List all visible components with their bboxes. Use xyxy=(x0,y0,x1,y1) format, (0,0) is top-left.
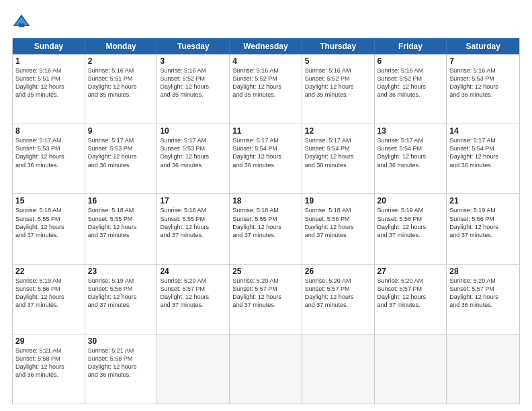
day-number: 11 xyxy=(232,126,299,136)
day-info: Sunrise: 5:21 AMSunset: 5:58 PMDaylight:… xyxy=(88,347,154,379)
calendar-row-2: 15Sunrise: 5:18 AMSunset: 5:55 PMDayligh… xyxy=(13,193,519,263)
day-number: 1 xyxy=(15,56,82,66)
logo-icon xyxy=(12,12,31,31)
day-cell-10: 10Sunrise: 5:17 AMSunset: 5:53 PMDayligh… xyxy=(157,124,230,193)
day-number: 26 xyxy=(305,267,371,276)
day-number: 5 xyxy=(305,56,371,66)
day-number: 23 xyxy=(88,267,154,276)
day-info: Sunrise: 5:21 AMSunset: 5:58 PMDaylight:… xyxy=(15,347,82,379)
day-cell-30: 30Sunrise: 5:21 AMSunset: 5:58 PMDayligh… xyxy=(85,334,158,404)
day-cell-28: 28Sunrise: 5:20 AMSunset: 5:57 PMDayligh… xyxy=(447,265,519,334)
day-info: Sunrise: 5:18 AMSunset: 5:56 PMDaylight:… xyxy=(305,206,371,239)
day-info: Sunrise: 5:19 AMSunset: 5:56 PMDaylight:… xyxy=(15,277,82,310)
day-number: 8 xyxy=(15,126,82,136)
day-info: Sunrise: 5:18 AMSunset: 5:55 PMDaylight:… xyxy=(15,206,82,239)
day-info: Sunrise: 5:20 AMSunset: 5:57 PMDaylight:… xyxy=(305,277,371,310)
day-number: 12 xyxy=(305,126,371,136)
day-number: 13 xyxy=(378,126,444,136)
day-info: Sunrise: 5:16 AMSunset: 5:52 PMDaylight:… xyxy=(160,66,226,99)
logo xyxy=(12,12,34,31)
calendar-body: 1Sunrise: 5:16 AMSunset: 5:51 PMDaylight… xyxy=(13,54,519,404)
day-cell-23: 23Sunrise: 5:19 AMSunset: 5:56 PMDayligh… xyxy=(85,265,158,334)
day-number: 17 xyxy=(160,196,226,205)
svg-rect-2 xyxy=(19,24,24,28)
empty-cell xyxy=(230,334,302,404)
header-day-saturday: Saturday xyxy=(447,38,519,54)
day-number: 16 xyxy=(88,196,154,205)
day-info: Sunrise: 5:17 AMSunset: 5:53 PMDaylight:… xyxy=(88,136,154,169)
empty-cell xyxy=(302,334,375,404)
calendar-row-3: 22Sunrise: 5:19 AMSunset: 5:56 PMDayligh… xyxy=(13,264,519,334)
day-cell-21: 21Sunrise: 5:19 AMSunset: 5:56 PMDayligh… xyxy=(447,194,519,263)
day-info: Sunrise: 5:19 AMSunset: 5:56 PMDaylight:… xyxy=(88,277,154,310)
calendar: SundayMondayTuesdayWednesdayThursdayFrid… xyxy=(12,38,520,404)
day-number: 7 xyxy=(449,56,517,66)
day-info: Sunrise: 5:17 AMSunset: 5:54 PMDaylight:… xyxy=(232,136,299,169)
day-info: Sunrise: 5:20 AMSunset: 5:57 PMDaylight:… xyxy=(232,277,299,310)
day-cell-13: 13Sunrise: 5:17 AMSunset: 5:54 PMDayligh… xyxy=(375,124,447,193)
header-day-friday: Friday xyxy=(375,38,447,54)
day-cell-4: 4Sunrise: 5:16 AMSunset: 5:52 PMDaylight… xyxy=(230,54,302,124)
day-number: 3 xyxy=(160,56,226,66)
empty-cell xyxy=(157,334,230,404)
day-info: Sunrise: 5:17 AMSunset: 5:53 PMDaylight:… xyxy=(15,136,82,169)
day-info: Sunrise: 5:20 AMSunset: 5:57 PMDaylight:… xyxy=(449,277,517,310)
day-number: 29 xyxy=(15,336,82,346)
day-cell-18: 18Sunrise: 5:18 AMSunset: 5:55 PMDayligh… xyxy=(230,194,302,263)
day-number: 24 xyxy=(160,267,226,276)
day-cell-9: 9Sunrise: 5:17 AMSunset: 5:53 PMDaylight… xyxy=(85,124,158,193)
day-cell-6: 6Sunrise: 5:16 AMSunset: 5:52 PMDaylight… xyxy=(375,54,447,124)
day-number: 6 xyxy=(378,56,444,66)
day-cell-24: 24Sunrise: 5:20 AMSunset: 5:57 PMDayligh… xyxy=(157,265,230,334)
day-number: 25 xyxy=(232,267,299,276)
day-number: 28 xyxy=(449,267,517,276)
calendar-header: SundayMondayTuesdayWednesdayThursdayFrid… xyxy=(13,38,519,54)
day-cell-3: 3Sunrise: 5:16 AMSunset: 5:52 PMDaylight… xyxy=(157,54,230,124)
day-cell-16: 16Sunrise: 5:18 AMSunset: 5:55 PMDayligh… xyxy=(85,194,158,263)
day-number: 30 xyxy=(88,336,154,346)
day-cell-20: 20Sunrise: 5:19 AMSunset: 5:56 PMDayligh… xyxy=(375,194,447,263)
page: SundayMondayTuesdayWednesdayThursdayFrid… xyxy=(0,0,532,411)
day-number: 18 xyxy=(232,196,299,205)
day-number: 4 xyxy=(232,56,299,66)
day-number: 2 xyxy=(88,56,154,66)
day-info: Sunrise: 5:19 AMSunset: 5:56 PMDaylight:… xyxy=(449,206,517,239)
empty-cell xyxy=(447,334,519,404)
day-cell-1: 1Sunrise: 5:16 AMSunset: 5:51 PMDaylight… xyxy=(13,54,85,124)
day-info: Sunrise: 5:20 AMSunset: 5:57 PMDaylight:… xyxy=(160,277,226,310)
empty-cell xyxy=(375,334,447,404)
day-info: Sunrise: 5:16 AMSunset: 5:51 PMDaylight:… xyxy=(88,66,154,99)
day-number: 20 xyxy=(378,196,444,205)
day-info: Sunrise: 5:17 AMSunset: 5:53 PMDaylight:… xyxy=(160,136,226,169)
header-day-tuesday: Tuesday xyxy=(157,38,230,54)
day-info: Sunrise: 5:18 AMSunset: 5:55 PMDaylight:… xyxy=(160,206,226,239)
day-info: Sunrise: 5:18 AMSunset: 5:55 PMDaylight:… xyxy=(88,206,154,239)
day-info: Sunrise: 5:16 AMSunset: 5:52 PMDaylight:… xyxy=(378,66,444,99)
day-info: Sunrise: 5:17 AMSunset: 5:54 PMDaylight:… xyxy=(305,136,371,169)
day-info: Sunrise: 5:16 AMSunset: 5:53 PMDaylight:… xyxy=(449,66,517,99)
day-number: 9 xyxy=(88,126,154,136)
header-day-wednesday: Wednesday xyxy=(230,38,302,54)
day-cell-25: 25Sunrise: 5:20 AMSunset: 5:57 PMDayligh… xyxy=(230,265,302,334)
day-cell-15: 15Sunrise: 5:18 AMSunset: 5:55 PMDayligh… xyxy=(13,194,85,263)
day-cell-2: 2Sunrise: 5:16 AMSunset: 5:51 PMDaylight… xyxy=(85,54,158,124)
day-number: 19 xyxy=(305,196,371,205)
day-info: Sunrise: 5:17 AMSunset: 5:54 PMDaylight:… xyxy=(378,136,444,169)
header-day-sunday: Sunday xyxy=(13,38,85,54)
calendar-row-0: 1Sunrise: 5:16 AMSunset: 5:51 PMDaylight… xyxy=(13,54,519,124)
header-day-monday: Monday xyxy=(85,38,158,54)
day-cell-7: 7Sunrise: 5:16 AMSunset: 5:53 PMDaylight… xyxy=(447,54,519,124)
day-cell-19: 19Sunrise: 5:18 AMSunset: 5:56 PMDayligh… xyxy=(302,194,375,263)
day-cell-26: 26Sunrise: 5:20 AMSunset: 5:57 PMDayligh… xyxy=(302,265,375,334)
day-info: Sunrise: 5:16 AMSunset: 5:52 PMDaylight:… xyxy=(232,66,299,99)
calendar-row-4: 29Sunrise: 5:21 AMSunset: 5:58 PMDayligh… xyxy=(13,334,519,404)
day-number: 27 xyxy=(378,267,444,276)
day-number: 10 xyxy=(160,126,226,136)
day-cell-14: 14Sunrise: 5:17 AMSunset: 5:54 PMDayligh… xyxy=(447,124,519,193)
day-cell-29: 29Sunrise: 5:21 AMSunset: 5:58 PMDayligh… xyxy=(13,334,85,404)
day-number: 22 xyxy=(15,267,82,276)
day-cell-17: 17Sunrise: 5:18 AMSunset: 5:55 PMDayligh… xyxy=(157,194,230,263)
day-info: Sunrise: 5:17 AMSunset: 5:54 PMDaylight:… xyxy=(449,136,517,169)
day-cell-27: 27Sunrise: 5:20 AMSunset: 5:57 PMDayligh… xyxy=(375,265,447,334)
day-number: 21 xyxy=(449,196,517,205)
